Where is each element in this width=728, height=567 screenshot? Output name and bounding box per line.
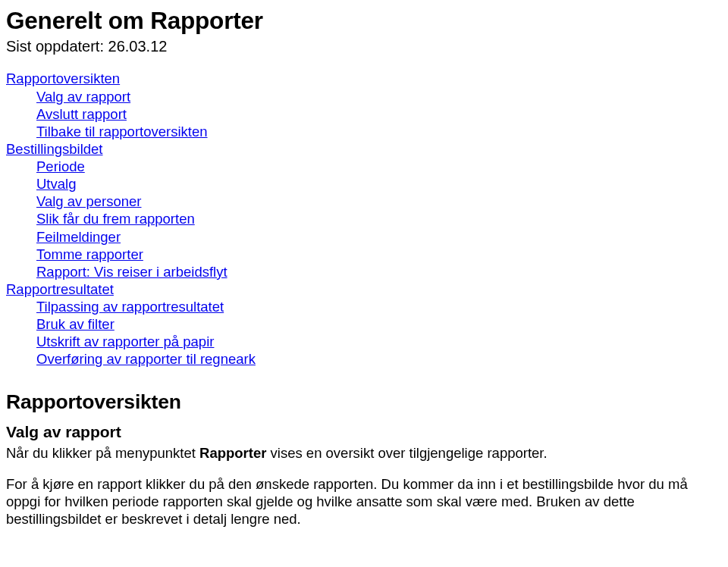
toc-item: Rapportoversikten [6,70,722,87]
toc-link[interactable]: Rapport: Vis reiser i arbeidsflyt [36,264,228,280]
toc-item: Periode [6,158,722,175]
toc-link[interactable]: Tilbake til rapportoversikten [36,124,208,139]
table-of-contents: RapportoversiktenValg av rapportAvslutt … [6,70,722,368]
toc-item: Slik får du frem rapporten [6,210,722,227]
toc-link[interactable]: Slik får du frem rapporten [36,211,195,227]
toc-link[interactable]: Rapportresultatet [6,281,114,297]
section-heading: Rapportoversikten [6,390,722,415]
toc-item: Tilpassing av rapportresultatet [6,298,722,315]
toc-item: Valg av rapport [6,88,722,105]
subsection-heading: Valg av rapport [6,422,722,442]
toc-item: Tilbake til rapportoversikten [6,123,722,140]
toc-item: Rapportresultatet [6,280,722,298]
toc-link[interactable]: Rapportoversikten [6,70,120,86]
toc-link[interactable]: Valg av personer [36,193,142,209]
toc-item: Avslutt rapport [6,105,722,123]
toc-item: Feilmeldinger [6,228,722,246]
toc-link[interactable]: Periode [36,158,85,174]
toc-link[interactable]: Bestillingsbildet [6,141,103,157]
page-title: Generelt om Rapporter [6,6,722,36]
toc-item: Valg av personer [6,193,722,210]
toc-item: Tomme rapporter [6,246,722,263]
toc-item: Utskrift av rapporter på papir [6,333,722,350]
toc-item: Utvalg [6,175,722,193]
toc-item: Rapport: Vis reiser i arbeidsflyt [6,263,722,280]
last-updated: Sist oppdatert: 26.03.12 [6,37,722,56]
toc-link[interactable]: Overføring av rapporter til regneark [36,351,256,367]
toc-item: Bruk av filter [6,315,722,333]
paragraph-1: Når du klikker på menypunktet Rapporter … [6,444,722,462]
paragraph-1-bold: Rapporter [199,445,266,461]
paragraph-1-part-b: vises en oversikt over tilgjengelige rap… [266,445,547,461]
paragraph-1-part-a: Når du klikker på menypunktet [6,445,199,461]
toc-link[interactable]: Bruk av filter [36,316,115,332]
toc-item: Bestillingsbildet [6,140,722,158]
toc-link[interactable]: Feilmeldinger [36,229,121,245]
toc-link[interactable]: Avslutt rapport [36,106,127,122]
paragraph-2: For å kjøre en rapport klikker du på den… [6,475,722,528]
toc-link[interactable]: Valg av rapport [36,89,130,105]
toc-link[interactable]: Utvalg [36,176,76,192]
toc-link[interactable]: Tomme rapporter [36,246,143,262]
toc-link[interactable]: Tilpassing av rapportresultatet [36,299,224,315]
toc-item: Overføring av rapporter til regneark [6,350,722,368]
toc-link[interactable]: Utskrift av rapporter på papir [36,334,214,349]
